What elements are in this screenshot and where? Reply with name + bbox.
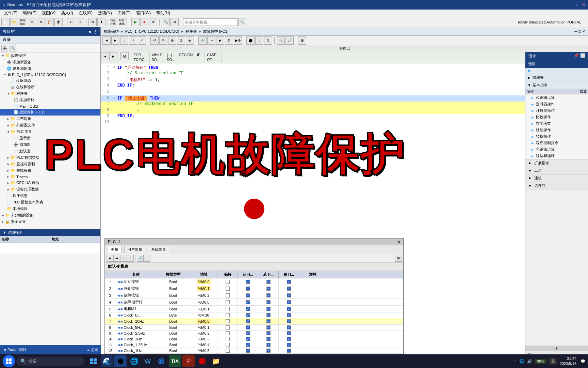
stop-button[interactable]: ■ bbox=[140, 18, 148, 26]
taskbar-chrome[interactable]: 🌐 bbox=[128, 355, 140, 367]
code-bp1[interactable]: ⬤ bbox=[246, 36, 255, 45]
vt-tb6[interactable]: ⋯ bbox=[144, 255, 150, 262]
tree-item-opc-ua[interactable]: ► 📁 OPC UA 通信 bbox=[0, 180, 100, 186]
var-row-2[interactable]: 2 ◄■停止按钮 Bool %M0.1 ✓ ✓ ✓ bbox=[105, 285, 403, 292]
communication-section[interactable]: ► 通信 bbox=[525, 174, 588, 182]
clock-display[interactable]: 21:44 2023/5/16 bbox=[560, 356, 576, 367]
code-minimize-button[interactable]: ─ bbox=[575, 29, 577, 34]
scl-if[interactable]: IF... bbox=[195, 52, 205, 63]
tree-item-main-ob1[interactable]: 📄 Main [OB1] bbox=[0, 103, 100, 109]
code-zoom2[interactable]: 🔎 bbox=[285, 36, 294, 45]
cmd-shift[interactable]: ►移位和循环 bbox=[525, 153, 588, 159]
taskbar-word[interactable]: W bbox=[142, 355, 154, 367]
taskbar-app5[interactable]: 🌀 bbox=[155, 355, 167, 367]
code-tb8[interactable]: ⊕ bbox=[168, 36, 176, 45]
var-row-1[interactable]: 1 ◄■启动按钮 Bool %M0.0 ✓ ✓ ✓ bbox=[105, 278, 403, 285]
tree-item-plc1[interactable]: ▼ 🖥 PLC_1 [CPU 1212C DC/DC/DC] bbox=[0, 72, 100, 77]
cmd-math[interactable]: ►数学函数 bbox=[525, 120, 588, 127]
equipment-tab[interactable]: 设备 bbox=[0, 36, 100, 44]
search-input[interactable] bbox=[183, 18, 238, 26]
tree-item-network[interactable]: 🌐 设备和网络 bbox=[0, 65, 100, 72]
goto-online-button[interactable]: 转至在线 bbox=[110, 18, 118, 26]
menu-options[interactable]: 选项(N) bbox=[95, 10, 115, 16]
task-view-button[interactable] bbox=[87, 355, 99, 367]
tree-item-ungrouped[interactable]: ► 📁 未分组的设备 bbox=[0, 212, 100, 218]
code-tb9[interactable]: ⊗ bbox=[177, 36, 185, 45]
code-tb10[interactable]: ◈ bbox=[186, 36, 194, 45]
tree-item-device-config[interactable]: 📄 设备组态 bbox=[0, 77, 100, 84]
code-compile1[interactable]: ▶ bbox=[216, 36, 224, 45]
delete-button[interactable]: 🗑 bbox=[54, 18, 63, 26]
maximize-button[interactable]: □ bbox=[577, 2, 579, 7]
var-table-tab-user-constants[interactable]: 用户常量 bbox=[124, 246, 145, 253]
cmd-move[interactable]: ►移动操作 bbox=[525, 127, 588, 133]
tree-item-default-var[interactable]: 📄 默认变... bbox=[0, 148, 100, 154]
search-button[interactable]: 🔍 bbox=[162, 18, 170, 26]
tree-item-project[interactable]: ▼ 📁 故障保护 bbox=[0, 52, 100, 59]
menu-edit[interactable]: 编辑(E) bbox=[20, 10, 39, 16]
goto-offline-button[interactable]: 转至离线 bbox=[119, 18, 127, 26]
compile-button[interactable]: ⚙ bbox=[88, 18, 97, 26]
code-compile3[interactable]: ▶⚙ bbox=[234, 36, 242, 45]
taskbar-ppt[interactable]: P bbox=[182, 355, 195, 367]
technology-section[interactable]: ► 工艺 bbox=[525, 167, 588, 174]
vt-tb1[interactable]: ⬅ bbox=[107, 255, 113, 262]
var-row-4[interactable]: 4 ◄■故障指示灯 Bool %Q0.0 ✓ ✓ ✓ bbox=[105, 299, 403, 306]
taskbar-search[interactable]: 🔍 搜索 bbox=[16, 357, 84, 366]
code-line-4[interactable]: 4 END_IF; bbox=[101, 83, 525, 89]
tree-item-prog-info[interactable]: 📄 程序信息 bbox=[0, 193, 100, 199]
var-table-tab-variables[interactable]: 变量 bbox=[108, 246, 121, 253]
reset-button[interactable]: ⟳ bbox=[149, 18, 157, 26]
code-line-1[interactable]: 1 ☐ IF "启动按钮" THEN bbox=[101, 65, 525, 71]
tray-arrow[interactable]: ^ bbox=[515, 359, 517, 363]
tree-item-add-device[interactable]: ➕ 添加新设备 bbox=[0, 59, 100, 65]
menu-tools[interactable]: 工具(T) bbox=[115, 10, 133, 16]
tree-item-security[interactable]: ► 🔒 安全设置 bbox=[0, 218, 100, 225]
scl-case[interactable]: CASE...OF... bbox=[205, 52, 222, 63]
menu-online[interactable]: 在线(O) bbox=[76, 10, 95, 16]
code-bp2[interactable]: ↕ bbox=[255, 36, 263, 45]
code-tb2[interactable]: ► bbox=[111, 36, 119, 45]
tree-item-plc-data-types[interactable]: ► 📁 PLC 数据类型 bbox=[0, 154, 100, 161]
save-button[interactable]: 保存项目 bbox=[19, 18, 27, 26]
minimize-button[interactable]: ─ bbox=[571, 2, 574, 7]
code-tb1[interactable]: ◄ bbox=[102, 36, 111, 45]
code-line-8[interactable]: 8 ; bbox=[101, 108, 525, 114]
code-line-6[interactable]: 6 ☐ IF "停止按钮" THEN bbox=[101, 95, 525, 102]
code-line-9[interactable]: 9 END_IF; bbox=[101, 114, 525, 120]
cmd-timer[interactable]: ►定时器操作 bbox=[525, 101, 588, 107]
menu-file[interactable]: 文件(F) bbox=[1, 10, 20, 16]
tree-item-show-all[interactable]: 📄 显示所... bbox=[0, 135, 100, 141]
code-tb12[interactable]: ⋯ bbox=[207, 36, 215, 45]
taskbar-explorer[interactable]: 🌊 bbox=[101, 355, 113, 367]
code-tb4[interactable]: ⇩ bbox=[129, 36, 137, 45]
cmd-compare[interactable]: ►比较操作 bbox=[525, 114, 588, 120]
var-row-11[interactable]: 11 ◄■Clock_1.25Hz Bool %M0.4 ✓ ✓ ✓ bbox=[105, 342, 403, 348]
start-button[interactable] bbox=[3, 355, 15, 367]
var-row-8[interactable]: 8 ◄■Clock_5Hz Bool %M0.1 ✓ ✓ ✓ bbox=[105, 325, 403, 331]
scl-for[interactable]: FORTO DO... bbox=[132, 52, 150, 63]
commands-expand-button[interactable]: ⬜ bbox=[580, 53, 585, 59]
vt-tb5[interactable]: 🔗 bbox=[137, 255, 144, 262]
tree-item-external-src[interactable]: ► 📁 外部源文件 bbox=[0, 122, 100, 128]
tree-item-alarm-text[interactable]: 📄 PLC 报警文本列表 bbox=[0, 199, 100, 205]
tree-search-button[interactable]: 🔍 bbox=[10, 45, 16, 51]
favorites-header[interactable]: ► 收藏夹 bbox=[525, 74, 588, 81]
new-button[interactable]: 📄 bbox=[1, 18, 10, 26]
var-row-7[interactable]: 7 ◄■Clock_10Hz Bool %M0.0 ✓ ✓ ✓ bbox=[105, 318, 403, 325]
mode-btn[interactable]: M bbox=[120, 52, 129, 60]
tree-item-online-backup[interactable]: ► 📁 在线备份 bbox=[0, 167, 100, 174]
tree-settings-icon[interactable]: ⋮ bbox=[94, 29, 98, 34]
code-line-7[interactable]: 7 // Statement section IF bbox=[101, 102, 525, 108]
var-row-9[interactable]: 9 ◄■Clock_2.5Hz Bool %M0.2 ✓ ✓ ✓ bbox=[105, 331, 403, 336]
menu-view[interactable]: 视图(V) bbox=[39, 10, 58, 16]
var-table-close-button[interactable]: ✕ bbox=[397, 240, 401, 244]
vt-expand-button[interactable]: ⊞ bbox=[395, 255, 402, 262]
expand-instructions-section[interactable]: ► 扩展指令 bbox=[525, 159, 588, 167]
menu-insert[interactable]: 插入(I) bbox=[58, 10, 76, 16]
tray-lang-indicator[interactable]: 英 bbox=[549, 358, 557, 365]
start-button[interactable]: ▶ bbox=[131, 18, 140, 26]
menu-help[interactable]: 帮助(H) bbox=[153, 10, 173, 16]
commands-pin-button[interactable]: 📌 bbox=[574, 53, 579, 59]
var-table-tab-system-constants[interactable]: 系统常量 bbox=[148, 246, 169, 253]
